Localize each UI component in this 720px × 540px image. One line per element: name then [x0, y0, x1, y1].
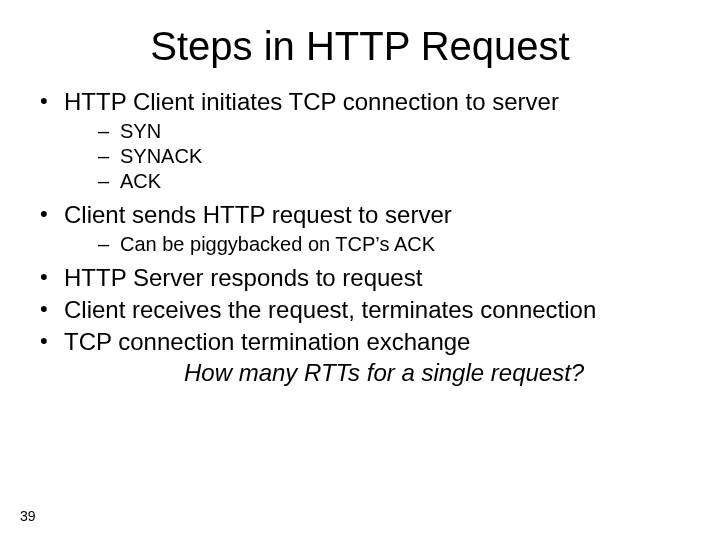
- bullet-list: HTTP Client initiates TCP connection to …: [34, 87, 690, 357]
- sub-bullet-text: Can be piggybacked on TCP’s ACK: [120, 233, 435, 255]
- bullet-text: HTTP Server responds to request: [64, 264, 422, 291]
- bullet-item: HTTP Server responds to request: [34, 263, 690, 293]
- bullet-item: Client sends HTTP request to server Can …: [34, 200, 690, 257]
- sub-bullet-list: SYN SYNACK ACK: [64, 119, 690, 194]
- question-text: How many RTTs for a single request?: [34, 359, 690, 387]
- slide-body: HTTP Client initiates TCP connection to …: [0, 87, 720, 387]
- bullet-text: Client receives the request, terminates …: [64, 296, 596, 323]
- page-number: 39: [20, 508, 36, 524]
- sub-bullet-item: SYNACK: [64, 144, 690, 169]
- slide-title: Steps in HTTP Request: [0, 0, 720, 87]
- bullet-item: TCP connection termination exchange: [34, 327, 690, 357]
- bullet-text: TCP connection termination exchange: [64, 328, 470, 355]
- sub-bullet-list: Can be piggybacked on TCP’s ACK: [64, 232, 690, 257]
- sub-bullet-item: ACK: [64, 169, 690, 194]
- sub-bullet-text: SYN: [120, 120, 161, 142]
- slide: Steps in HTTP Request HTTP Client initia…: [0, 0, 720, 540]
- sub-bullet-text: ACK: [120, 170, 161, 192]
- bullet-text: HTTP Client initiates TCP connection to …: [64, 88, 559, 115]
- sub-bullet-item: SYN: [64, 119, 690, 144]
- bullet-text: Client sends HTTP request to server: [64, 201, 452, 228]
- bullet-item: HTTP Client initiates TCP connection to …: [34, 87, 690, 194]
- sub-bullet-item: Can be piggybacked on TCP’s ACK: [64, 232, 690, 257]
- sub-bullet-text: SYNACK: [120, 145, 202, 167]
- bullet-item: Client receives the request, terminates …: [34, 295, 690, 325]
